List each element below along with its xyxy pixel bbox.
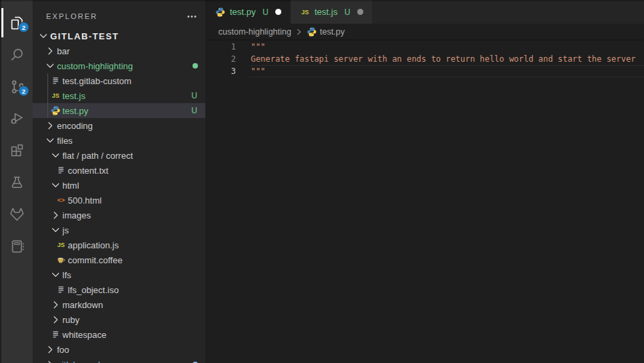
tree-item-application.js[interactable]: JSapplication.js xyxy=(33,237,205,252)
tree-item-label: gitlab-grack xyxy=(57,360,193,363)
breadcrumb-separator-icon xyxy=(294,27,304,37)
dirty-indicator-icon[interactable] xyxy=(357,9,363,15)
tree-item-gitlab-grack[interactable]: gitlab-grack xyxy=(33,357,205,363)
editor[interactable]: 1"""2Generate fastapi server with an end… xyxy=(206,39,644,363)
tab-git-status: U xyxy=(262,7,268,17)
activity-bar: 22 xyxy=(1,0,33,363)
current-line-highlight xyxy=(249,65,644,77)
explorer-sidebar: EXPLORER GITLAB-TESTbarcustom-highlighti… xyxy=(33,0,206,363)
chevron-down-icon xyxy=(45,135,56,146)
activity-item-extensions[interactable] xyxy=(1,134,33,166)
tree-item-lfs-object.iso[interactable]: lfs_object.iso xyxy=(33,282,205,297)
js-icon: JS xyxy=(50,90,61,101)
chevron-down-icon xyxy=(50,269,61,280)
tree-item-label: flat / path / correct xyxy=(62,151,205,161)
tree-item-label: encoding xyxy=(57,121,205,131)
activity-badge: 2 xyxy=(18,85,29,96)
tree-item-custom-highlighting[interactable]: custom-highlighting xyxy=(33,58,205,73)
tree-item-files[interactable]: files xyxy=(33,133,205,148)
tree-item-label: application.js xyxy=(68,240,205,250)
gitlab-icon xyxy=(9,206,25,223)
tree-item-test.py[interactable]: test.pyU xyxy=(33,103,205,118)
activity-item-search[interactable] xyxy=(1,39,33,71)
tree-item-lfs[interactable]: lfs xyxy=(33,267,205,282)
git-untracked-badge: U xyxy=(191,106,197,115)
breadcrumbs: custom-highlightingtest.py xyxy=(206,24,644,39)
tree-item-label: lfs_object.iso xyxy=(68,285,205,295)
tree-item-label: foo xyxy=(57,345,205,355)
activity-item-run-debug[interactable] xyxy=(1,102,33,134)
activity-item-notebook[interactable] xyxy=(1,230,33,262)
sidebar-title: EXPLORER xyxy=(46,12,186,20)
tree-item-foo[interactable]: foo xyxy=(33,342,205,357)
tree-item-label: content.txt xyxy=(68,166,205,176)
window-top-edge xyxy=(0,0,644,1)
sidebar-header: EXPLORER xyxy=(33,0,205,28)
tree-item-bar[interactable]: bar xyxy=(33,43,205,58)
tree-item-label: html xyxy=(62,180,205,191)
chevron-down-icon xyxy=(50,150,61,161)
more-actions-icon[interactable] xyxy=(186,11,197,22)
tree-item-gitlab-test[interactable]: GITLAB-TEST xyxy=(33,28,205,43)
tree-item-encoding[interactable]: encoding xyxy=(33,118,205,133)
tree-item-label: commit.coffee xyxy=(68,255,205,265)
tree-item-test.js[interactable]: JStest.jsU xyxy=(33,88,205,103)
tree-item-label: bar xyxy=(57,46,205,56)
code-text: """ xyxy=(251,65,266,77)
chevron-down-icon xyxy=(50,180,61,191)
beaker-icon xyxy=(9,174,25,191)
tree-item-images[interactable]: images xyxy=(33,208,205,223)
tree-item-whitespace[interactable]: whitespace xyxy=(33,327,205,342)
activity-item-explorer[interactable]: 2 xyxy=(1,7,33,39)
file-icon xyxy=(56,284,66,295)
tree-item-commit.coffee[interactable]: commit.coffee xyxy=(33,252,205,267)
chevron-right-icon xyxy=(45,45,56,56)
chevron-right-icon xyxy=(50,314,61,325)
python-icon xyxy=(50,105,61,116)
tree-item-500.html[interactable]: <>500.html xyxy=(33,193,205,208)
breadcrumb-item[interactable]: test.py xyxy=(306,26,345,37)
chevron-down-icon xyxy=(45,60,56,71)
active-indicator xyxy=(1,8,3,37)
dirty-indicator-icon[interactable] xyxy=(275,9,281,15)
activity-item-gitlab[interactable] xyxy=(1,198,33,230)
breadcrumb-label: custom-highlighting xyxy=(218,27,291,37)
tree-item-markdown[interactable]: markdown xyxy=(33,297,205,312)
svg-text:<>: <> xyxy=(57,196,65,204)
run-debug-icon xyxy=(9,111,25,127)
tab-label: test.py xyxy=(230,7,256,17)
tab-test.py[interactable]: test.pyU xyxy=(206,0,291,24)
file-icon xyxy=(50,75,61,86)
file-icon xyxy=(50,329,61,340)
notebook-icon xyxy=(9,238,25,254)
tree-item-ruby[interactable]: ruby xyxy=(33,312,205,327)
tree-item-label: whitespace xyxy=(62,330,205,340)
line-number: 2 xyxy=(206,53,236,65)
tree-item-label: js xyxy=(62,225,205,235)
svg-text:JS: JS xyxy=(57,242,64,248)
tab-test.js[interactable]: JStest.jsU xyxy=(291,0,373,24)
coffee-icon xyxy=(56,254,66,265)
file-tree: GITLAB-TESTbarcustom-highlightingtest.gi… xyxy=(33,28,205,363)
tree-item-label: lfs xyxy=(62,270,205,280)
tree-item-content.txt[interactable]: content.txt xyxy=(33,163,205,178)
tab-label: test.js xyxy=(315,7,338,17)
tree-item-test.gitlab-custom[interactable]: test.gitlab-custom xyxy=(33,73,205,88)
activity-item-testing[interactable] xyxy=(1,166,33,198)
tree-item-label: markdown xyxy=(62,300,205,310)
svg-text:JS: JS xyxy=(301,9,308,16)
tree-item-label: files xyxy=(57,136,205,146)
breadcrumb-item[interactable]: custom-highlighting xyxy=(218,27,291,37)
tree-item-html[interactable]: html xyxy=(33,178,205,193)
code-line-1: 1""" xyxy=(206,41,644,53)
tree-item-flat-path-correct[interactable]: flat / path / correct xyxy=(33,148,205,163)
chevron-right-icon xyxy=(45,120,56,131)
chevron-down-icon xyxy=(50,225,61,235)
code-text: """ xyxy=(251,41,266,53)
activity-item-source-control[interactable]: 2 xyxy=(1,71,33,102)
tree-item-label: 500.html xyxy=(68,195,205,206)
code-line-3: 3""" xyxy=(206,65,644,77)
tree-item-label: images xyxy=(62,210,205,221)
python-icon xyxy=(306,26,320,37)
tree-item-js[interactable]: js xyxy=(33,223,205,237)
